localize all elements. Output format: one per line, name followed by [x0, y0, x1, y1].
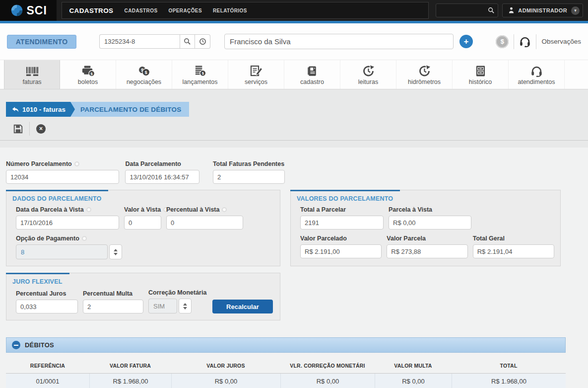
- total-geral-label: Total Geral: [473, 235, 554, 242]
- menu-item-relatorios[interactable]: RELATÓRIOS: [213, 8, 247, 13]
- matricula-input[interactable]: [99, 34, 180, 49]
- tab-atendimentos[interactable]: atendimentos: [509, 60, 565, 89]
- numero-parcelamento-label: Número Parcelamento: [6, 160, 119, 167]
- valor-parcela-input[interactable]: [387, 244, 467, 258]
- field-total-parcelar: Total a Parcelar: [300, 206, 384, 230]
- back-arrow-icon: [12, 106, 19, 113]
- cell-vlr-correcao-monetaria: R$ 0,00: [280, 374, 375, 388]
- close-icon: ×: [36, 124, 46, 134]
- add-button[interactable]: +: [459, 35, 473, 48]
- col-total: TOTAL: [452, 357, 566, 373]
- dollar-icon[interactable]: $: [496, 35, 509, 48]
- tab-boletos[interactable]: $ boletos: [60, 60, 116, 89]
- percentual-multa-label: Percentual Multa: [83, 290, 143, 297]
- parcela-vista-input[interactable]: [389, 216, 471, 230]
- tab-label: faturas: [22, 78, 41, 85]
- main-menu: CADASTROS CADASTROS OPERAÇÕES RELATÓRIOS: [62, 2, 429, 19]
- col-valor-multa: VALOR MULTA: [375, 357, 452, 373]
- opcao-pagamento-label: Opção de Pagamento: [16, 235, 122, 242]
- document-edit-icon: [250, 64, 262, 77]
- valor-vista-input[interactable]: [124, 216, 161, 230]
- field-percentual-multa: Percentual Multa: [83, 290, 143, 313]
- archive-icon: [475, 64, 486, 77]
- search-icon: [184, 38, 191, 45]
- percentual-multa-input[interactable]: [83, 300, 143, 313]
- form-row-top: Número Parcelamento Data Parcelamento To…: [6, 160, 588, 184]
- breadcrumb-back-label: 1010 - faturas: [22, 106, 65, 113]
- stepper-icon[interactable]: [109, 244, 122, 259]
- valor-parcelado-input[interactable]: [300, 244, 382, 258]
- panel-title: VALORES DO PARCELAMENTO: [290, 190, 400, 204]
- svg-text:$: $: [201, 71, 204, 76]
- stepper-icon[interactable]: [179, 299, 192, 313]
- parcelamento-form: Número Parcelamento Data Parcelamento To…: [0, 148, 588, 388]
- data-parcelamento-label: Data Parcelamento: [125, 160, 199, 167]
- history-button[interactable]: [195, 34, 210, 49]
- opcao-pagamento-select[interactable]: 8: [16, 244, 108, 259]
- field-numero-parcelamento: Número Parcelamento: [6, 160, 119, 184]
- tab-leituras[interactable]: leituras: [340, 60, 396, 89]
- breadcrumb-back[interactable]: 1010 - faturas: [6, 102, 70, 117]
- tab-label: histórico: [469, 78, 492, 85]
- tab-lancamentos[interactable]: $ lançamentos: [172, 60, 228, 89]
- save-button[interactable]: [13, 124, 23, 134]
- total-parcelar-label: Total a Parcelar: [300, 206, 384, 213]
- tab-label: hidrômetros: [408, 78, 441, 85]
- collapse-minus-icon[interactable]: [12, 341, 20, 349]
- tab-negociacoes[interactable]: $$ negociações: [116, 60, 172, 89]
- menu-cadastros-primary[interactable]: CADASTROS: [69, 7, 113, 14]
- cell-valor-fatura: R$ 1.968,00: [89, 374, 171, 388]
- tab-faturas[interactable]: faturas: [4, 60, 60, 89]
- numero-parcelamento-input[interactable]: [6, 170, 119, 184]
- clock-history-icon: [418, 64, 431, 77]
- tab-cadastro[interactable]: cadastro: [284, 60, 340, 89]
- field-total-geral: Total Geral: [473, 235, 554, 258]
- debitos-header-bar[interactable]: DÉBITOS: [6, 337, 566, 353]
- cliente-input[interactable]: [224, 34, 454, 49]
- total-parcelar-input[interactable]: [300, 216, 384, 230]
- panel-juro-flexivel: JURO FLEXIVEL Percentual Juros Percentua…: [6, 273, 280, 320]
- data-parcelamento-input[interactable]: [125, 170, 199, 184]
- percentual-vista-input[interactable]: [166, 216, 243, 230]
- chevron-down-icon[interactable]: ▾: [571, 6, 580, 15]
- valor-parcelado-label: Valor Parcelado: [300, 235, 382, 242]
- tab-label: lançamentos: [183, 78, 218, 85]
- toolbar: ×: [0, 117, 588, 141]
- sci-logo[interactable]: SCI: [0, 0, 57, 21]
- cell-referencia: 01/0001: [6, 374, 89, 388]
- tab-servicos[interactable]: serviços: [228, 60, 284, 89]
- coins-icon: $$: [137, 64, 150, 77]
- headset-icon[interactable]: [519, 36, 531, 47]
- cell-total: R$ 1.968,00: [452, 374, 566, 388]
- field-valor-vista: Valor à Vista: [124, 206, 161, 230]
- correcao-monetaria-select[interactable]: SIM: [148, 299, 177, 313]
- module-tabs: faturas $ boletos $$ negociações $ lança…: [0, 60, 588, 89]
- menu-item-operacoes[interactable]: OPERAÇÕES: [168, 8, 202, 13]
- total-faturas-pendentes-input[interactable]: [213, 170, 285, 184]
- breadcrumb-current: PARCELAMENTO DE DÉBITOS: [69, 102, 189, 117]
- tab-hidrometros[interactable]: hidrômetros: [396, 60, 453, 89]
- percentual-juros-input[interactable]: [16, 300, 78, 313]
- matricula-group: [99, 34, 210, 49]
- total-faturas-pendentes-label: Total Faturas Pendentes: [213, 160, 285, 167]
- user-menu[interactable]: ADMINISTRADOR ▾: [502, 3, 583, 17]
- menu-item-cadastros[interactable]: CADASTROS: [125, 8, 158, 13]
- data-parcela-vista-input[interactable]: [16, 216, 119, 230]
- top-navbar: SCI CADASTROS CADASTROS OPERAÇÕES RELATÓ…: [0, 0, 588, 21]
- close-button[interactable]: ×: [36, 124, 46, 134]
- total-geral-input[interactable]: [473, 244, 554, 258]
- cell-valor-multa: R$ 0,00: [375, 374, 452, 388]
- help-icon: [86, 207, 91, 212]
- correcao-monetaria-label: Correção Monetária: [148, 289, 206, 296]
- parcela-vista-label: Parcela à Vista: [389, 206, 471, 213]
- search-icon[interactable]: [488, 7, 495, 14]
- search-matricula-button[interactable]: [180, 34, 195, 49]
- table-row[interactable]: 01/0001 R$ 1.968,00 R$ 0,00 R$ 0,00 R$ 0…: [6, 374, 566, 388]
- navbar-search: [436, 3, 498, 17]
- debitos-section: DÉBITOS REFERÊNCIA VALOR FATURA VALOR JU…: [6, 337, 566, 388]
- recalcular-button[interactable]: Recalcular: [212, 300, 273, 313]
- navbar-search-input[interactable]: [436, 7, 488, 13]
- tab-historico[interactable]: histórico: [453, 60, 509, 89]
- observacoes-link[interactable]: Observações: [541, 38, 581, 45]
- tab-label: cadastro: [300, 78, 324, 85]
